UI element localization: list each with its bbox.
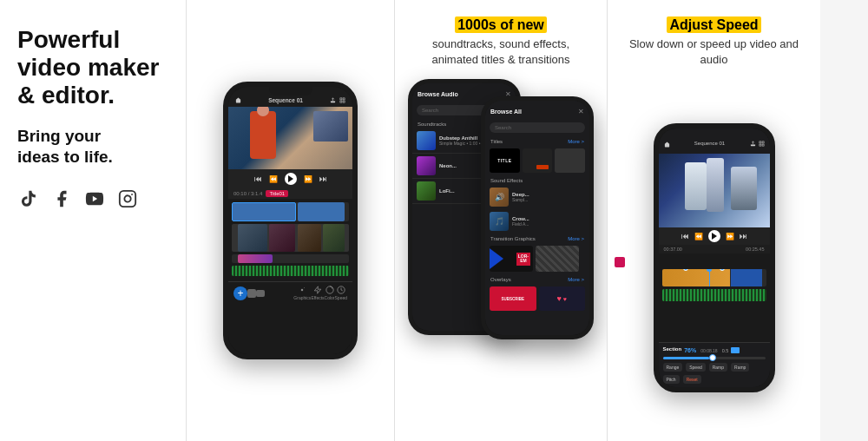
svg-point-7 [301,289,304,292]
speed-section-row: Section 76% 00:08.18 0.5 [663,346,766,354]
effect-item-2[interactable]: 🎵 Crow... Field A... [485,209,589,234]
social-icons-row [17,188,168,210]
speed-blue-clip [731,269,762,286]
speed-timeline[interactable] [659,253,770,342]
speed-chip-range[interactable]: Range [663,363,683,372]
svg-marker-8 [314,286,321,293]
speed-chip-reset[interactable]: Reset [683,375,701,384]
add-clip-button[interactable]: + [233,286,247,300]
speed-audio-wave [662,289,766,301]
hearts-icon: ♥ [557,294,562,303]
browse-all-search[interactable]: Search [490,122,585,133]
title-card-3[interactable] [555,148,585,173]
overlay-subscribe[interactable]: SUBSCRIBE [490,286,536,311]
speed-skip-forward[interactable]: ⏭ [740,232,747,240]
trans-arrow-1 [490,248,503,269]
toolbar-item-layers[interactable] [256,290,265,297]
toolbar-item-color[interactable]: Color [325,286,335,300]
speed-header-actions [750,141,765,147]
city-bg [313,111,348,142]
tiktok-icon[interactable] [17,188,40,210]
speed-slider-thumb[interactable] [709,354,716,361]
phone-1: Sequence 01 ⏮ ⏪ [223,82,358,359]
speed-feature-header: Adjust Speed Slow down or speed up video… [608,0,820,75]
trans-card-1[interactable]: LOR-EM [490,246,533,272]
transition-more[interactable]: More > [568,236,584,241]
effect-item-1[interactable]: 🔊 Deep... Sampl... [485,185,589,209]
subtitle: Bring your ideas to life. [17,126,168,168]
instagram-icon[interactable] [116,188,139,210]
youtube-icon[interactable] [83,188,106,210]
toolbar-item-graphics[interactable]: Graphics [293,286,311,300]
phone1-timeline[interactable] [228,199,352,281]
trans-pattern [536,246,579,272]
phone1-bottom-toolbar: + Graphics Effects [228,281,352,304]
overlays-section-label: Overlays More > [485,274,589,284]
title-card-2[interactable] [523,148,553,173]
speed-section-label: Section [663,346,682,352]
browse-all-header: Browse All ✕ [485,101,589,119]
speed-sequence-label: Sequence 01 [694,141,725,146]
svg-rect-5 [343,101,345,102]
timeline-title-track [232,254,349,263]
play-button[interactable] [285,173,297,185]
speed-time-top: 00:37.00 [664,247,682,252]
home-icon-speed [664,135,670,151]
speed-time-code: 00:08.18 [700,348,717,353]
audio-feature-header: 1000s of new soundtracks, sound effects,… [395,0,607,75]
speed-toggle-on[interactable] [731,347,740,353]
speed-building-2 [707,158,724,212]
video-figure-head [257,107,269,116]
effect-thumb-1: 🔊 [490,188,509,207]
thumb-clip-4 [323,224,344,252]
effect-meta-1: Sampl... [512,197,585,202]
video-editor-section: Sequence 01 ⏮ ⏪ [187,0,395,441]
video-clip-2 [298,202,345,221]
speed-slider-track[interactable] [663,357,766,359]
timeline-video-track [232,202,349,221]
titles-more[interactable]: More > [568,139,584,144]
overlays-more[interactable]: More > [568,277,584,282]
svg-rect-14 [762,144,764,146]
main-title: Powerful video maker & editor. [17,26,168,110]
toolbar-item-speed[interactable]: Speed [335,286,347,300]
speed-chip-speed[interactable]: Speed [686,363,705,372]
speed-chip-ramp2[interactable]: Ramp [731,363,749,372]
speed-chip-ramp1[interactable]: Ramp [709,363,727,372]
svg-rect-0 [120,191,135,207]
phone1-container: Sequence 01 ⏮ ⏪ [187,0,394,441]
skip-forward-icon[interactable]: ⏭ [319,174,327,183]
phone1-playback-controls: ⏮ ⏪ ⏩ ⏭ [228,169,352,188]
video-clip-1 [232,202,296,221]
speed-pitch-value: 0.5 [722,348,729,353]
speed-play-button[interactable] [708,230,720,242]
audio-feature-section: 1000s of new soundtracks, sound effects,… [395,0,608,441]
skip-back-icon[interactable]: ⏮ [254,174,262,183]
trans-card-2[interactable] [536,246,579,272]
hearts-icon-2: ♥ [563,296,567,302]
title-card-1[interactable]: TITLE [490,148,520,173]
speed-fast-forward[interactable]: ⏩ [726,233,734,240]
overlay-hearts[interactable]: ♥ ♥ [539,286,586,311]
facebook-icon[interactable] [50,188,73,210]
titles-section-label: Titles More > [485,136,589,146]
titles-grid: TITLE [485,146,589,175]
speed-skip-back[interactable]: ⏮ [681,232,689,240]
speed-controls-row: Range Speed Ramp Ramp Pitch Reset [663,363,766,384]
speed-time-bottom: 00:25.45 [746,247,764,252]
toolbar-item-effects[interactable]: Effects [311,286,324,300]
speed-audio-wave-pattern [662,289,766,301]
time-display: 00:10 / 3:1.4 [233,191,262,196]
toolbar-speed-label: Speed [335,295,347,300]
timeline-thumbnails [232,224,349,252]
fast-forward-icon[interactable]: ⏩ [304,175,312,183]
speed-slider-fill [663,357,709,359]
speed-rewind[interactable]: ⏪ [694,233,703,240]
thumb-clip-2 [269,224,295,252]
rewind-icon[interactable]: ⏪ [269,175,278,183]
speed-chip-pitch[interactable]: Pitch [663,375,680,384]
timeline-audio-track [232,266,349,276]
browse-all-close[interactable]: ✕ [578,108,584,115]
toolbar-item-delete[interactable] [247,289,256,298]
svg-rect-13 [762,142,764,143]
